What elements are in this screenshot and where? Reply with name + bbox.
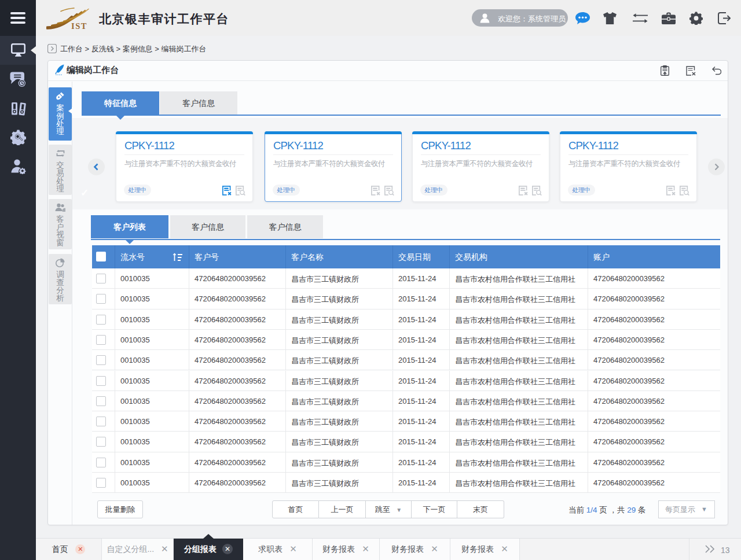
svg-text:IST: IST: [71, 21, 87, 31]
